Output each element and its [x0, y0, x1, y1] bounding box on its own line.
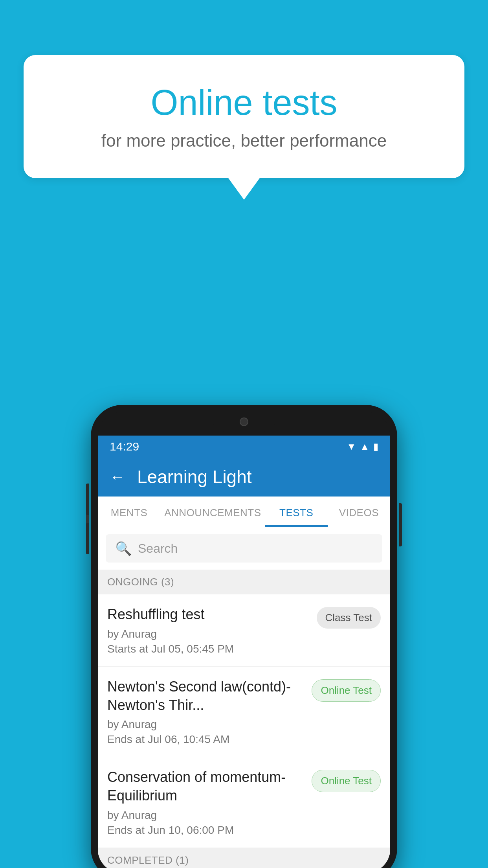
volume-down-button	[86, 523, 89, 554]
battery-icon: ▮	[373, 441, 378, 452]
volume-up-button	[86, 484, 89, 515]
search-placeholder: Search	[138, 541, 178, 556]
tab-announcements[interactable]: ANNOUNCEMENTS	[160, 497, 265, 527]
test-name-3: Conservation of momentum-Equilibrium	[107, 768, 304, 805]
test-time-2: Ends at Jul 06, 10:45 AM	[107, 733, 304, 746]
completed-section-label: COMPLETED (1)	[98, 848, 390, 868]
bubble-arrow	[228, 178, 260, 200]
ongoing-section-label: ONGOING (3)	[98, 570, 390, 594]
test-badge-online-2: Online Test	[312, 679, 381, 702]
test-badge-class-1: Class Test	[317, 607, 381, 629]
test-name-2: Newton's Second law(contd)-Newton's Thir…	[107, 678, 304, 715]
phone-notch-bar	[98, 412, 390, 436]
test-info-3: Conservation of momentum-Equilibrium by …	[107, 768, 312, 837]
tabs-bar: MENTS ANNOUNCEMENTS TESTS VIDEOS	[98, 497, 390, 527]
test-info-1: Reshuffling test by Anurag Starts at Jul…	[107, 605, 317, 655]
bubble-title: Online tests	[55, 83, 433, 123]
status-bar: 14:29 ▼ ▲ ▮	[98, 436, 390, 457]
wifi-icon: ▼	[347, 441, 356, 452]
camera-lens	[240, 417, 248, 426]
tab-videos[interactable]: VIDEOS	[328, 497, 390, 527]
screen-content: 🔍 Search ONGOING (3) Reshuffling test by…	[98, 527, 390, 868]
speech-bubble: Online tests for more practice, better p…	[24, 55, 464, 178]
speech-bubble-container: Online tests for more practice, better p…	[24, 55, 464, 200]
test-list: Reshuffling test by Anurag Starts at Jul…	[98, 594, 390, 848]
status-time: 14:29	[110, 440, 139, 453]
app-header: ← Learning Light	[98, 457, 390, 497]
test-badge-online-3: Online Test	[312, 770, 381, 792]
search-icon: 🔍	[115, 541, 132, 556]
test-item-conservation[interactable]: Conservation of momentum-Equilibrium by …	[98, 757, 390, 848]
test-author-3: by Anurag	[107, 809, 304, 822]
test-item-reshuffling[interactable]: Reshuffling test by Anurag Starts at Jul…	[98, 594, 390, 667]
signal-icon: ▲	[360, 441, 369, 452]
tab-ments[interactable]: MENTS	[98, 497, 160, 527]
status-icons: ▼ ▲ ▮	[347, 441, 378, 452]
app-title: Learning Light	[137, 466, 252, 487]
test-author-1: by Anurag	[107, 628, 309, 640]
phone-notch	[213, 412, 275, 432]
phone-side-left	[86, 484, 89, 554]
test-time-1: Starts at Jul 05, 05:45 PM	[107, 643, 309, 655]
tab-tests[interactable]: TESTS	[265, 497, 328, 527]
test-info-2: Newton's Second law(contd)-Newton's Thir…	[107, 678, 312, 746]
bubble-subtitle: for more practice, better performance	[55, 131, 433, 151]
phone-frame: 14:29 ▼ ▲ ▮ ← Learning Light MENTS ANNOU…	[91, 405, 397, 868]
search-bar[interactable]: 🔍 Search	[106, 534, 382, 563]
phone-wrapper: 14:29 ▼ ▲ ▮ ← Learning Light MENTS ANNOU…	[91, 405, 397, 868]
search-container: 🔍 Search	[98, 527, 390, 570]
test-author-2: by Anurag	[107, 718, 304, 731]
test-item-newton[interactable]: Newton's Second law(contd)-Newton's Thir…	[98, 667, 390, 758]
phone-screen: 14:29 ▼ ▲ ▮ ← Learning Light MENTS ANNOU…	[98, 436, 390, 868]
power-button	[399, 503, 402, 546]
back-button[interactable]: ←	[110, 468, 125, 486]
test-name-1: Reshuffling test	[107, 605, 309, 624]
test-time-3: Ends at Jun 10, 06:00 PM	[107, 824, 304, 837]
phone-side-right	[399, 503, 402, 546]
